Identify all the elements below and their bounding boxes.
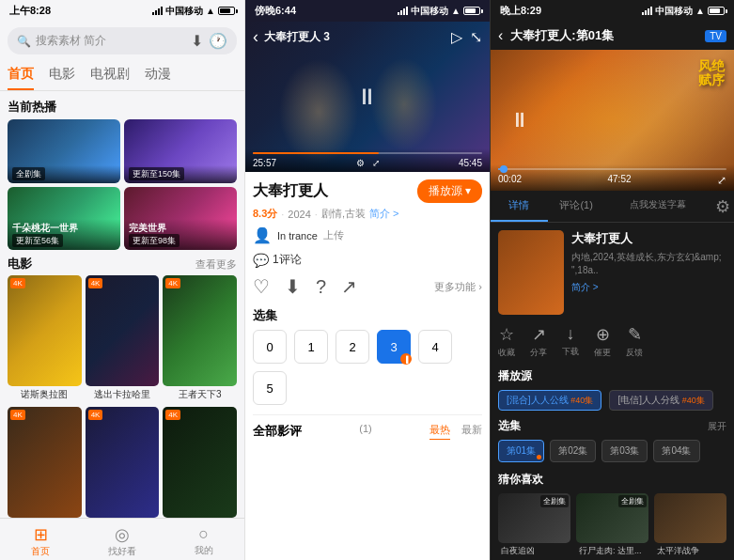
p3-ep-2[interactable]: 第03集 bbox=[601, 440, 648, 462]
status-bar-3: 晚上8:29 中国移动 ▲ bbox=[491, 0, 734, 22]
info-title: 大奉打更人 bbox=[571, 230, 726, 247]
movie-card-1[interactable]: 4K bbox=[86, 275, 160, 386]
progress-bar-3[interactable] bbox=[498, 168, 726, 170]
rec-card-1[interactable]: 全剧集 bbox=[576, 493, 648, 543]
ep-btn-3[interactable]: 3 ▐ bbox=[377, 330, 411, 364]
video-controls-3: 00:02 47:52 ⤢ bbox=[491, 164, 734, 191]
like-icon[interactable]: ♡ bbox=[253, 275, 270, 298]
ep-select-row: 选集 展开 bbox=[498, 418, 726, 434]
rec-card-0[interactable]: 全剧集 bbox=[498, 493, 570, 543]
search-bar[interactable]: 🔍 搜索素材 简介 ⬇ 🕐 bbox=[8, 27, 237, 54]
tab-detail[interactable]: 详情 bbox=[491, 191, 548, 222]
nav-home[interactable]: 首页 bbox=[8, 60, 34, 90]
favorite-label: 收藏 bbox=[498, 347, 515, 359]
more-button[interactable]: 查看更多 bbox=[195, 257, 237, 272]
help-icon[interactable]: ? bbox=[316, 276, 326, 298]
history-icon[interactable]: 🕐 bbox=[209, 32, 227, 50]
movie-card-0[interactable]: 4K bbox=[8, 275, 82, 386]
video-top-bar: ‹ 大奉打更人 3 ▷ ⤡ bbox=[245, 22, 490, 53]
expand-button[interactable]: 展开 bbox=[708, 420, 726, 433]
movie-card-3[interactable]: 4K bbox=[8, 407, 82, 518]
p3-ep-3[interactable]: 第04集 bbox=[653, 440, 699, 462]
remind-label: 催更 bbox=[594, 347, 611, 359]
ep-num-2: 2 bbox=[349, 340, 355, 354]
nav-anime[interactable]: 动漫 bbox=[145, 60, 171, 90]
settings-tab-icon[interactable]: ⚙ bbox=[711, 191, 734, 222]
tab-subtitle[interactable]: 点我发送字幕 bbox=[605, 191, 712, 222]
fullscreen-icon-3[interactable]: ⤢ bbox=[717, 174, 726, 187]
download-icon-2[interactable]: ⬇ bbox=[285, 275, 301, 298]
tab-comments[interactable]: 评论(1) bbox=[548, 191, 605, 222]
wifi-icon-3: ▲ bbox=[695, 6, 705, 16]
play-source-button[interactable]: 播放源 ▾ bbox=[417, 179, 482, 203]
back-button[interactable]: ‹ bbox=[498, 27, 503, 44]
back-icon-2[interactable]: ‹ bbox=[253, 27, 258, 47]
rec-title-0: 白夜追凶 bbox=[498, 543, 570, 559]
play-pause-icon[interactable]: ⏸ bbox=[356, 84, 379, 110]
movie-card-2[interactable]: 4K bbox=[163, 275, 237, 386]
ep-btn-5[interactable]: 5 bbox=[253, 371, 287, 405]
share-icon[interactable]: ↗ bbox=[341, 275, 357, 298]
info-intro-link[interactable]: 简介 > bbox=[571, 281, 726, 294]
intro-link[interactable]: 简介 > bbox=[369, 207, 398, 221]
airplay-icon[interactable]: ▷ bbox=[451, 28, 462, 46]
source-btn-1[interactable]: [电信]人人分线 #40集 bbox=[609, 390, 712, 411]
panel-home: 上午8:28 中国移动 ▲ 🔍 搜索素材 简介 ⬇ 🕐 首页 电影 电视剧 动漫… bbox=[0, 0, 244, 560]
find-icon: ◎ bbox=[115, 524, 130, 545]
detail-content: 大奉打更人 内地,2024,英雄成长,东方玄幻&amp; ",18a.. 简介 … bbox=[491, 223, 734, 560]
bottom-nav-home-label: 首页 bbox=[31, 545, 50, 558]
uploader-name[interactable]: In trance bbox=[277, 230, 318, 241]
nav-movie[interactable]: 电影 bbox=[49, 60, 75, 90]
status-icons-3: 中国移动 ▲ bbox=[642, 5, 725, 18]
ep-btn-1[interactable]: 1 bbox=[294, 330, 328, 364]
hot-card-2[interactable]: 千朵桃花一世界 更新至56集 bbox=[8, 187, 120, 251]
ep-btn-0[interactable]: 0 bbox=[253, 330, 287, 364]
movie-col-4: 4K bbox=[8, 407, 82, 518]
action-share[interactable]: ↗ 分享 bbox=[530, 324, 547, 359]
movie-badge-3: 4K bbox=[10, 410, 25, 420]
movie-title-0: 诺斯奥拉图 bbox=[8, 386, 82, 403]
fullscreen-icon-2[interactable]: ⤡ bbox=[470, 28, 482, 46]
comment-row[interactable]: 💬 1评论 bbox=[253, 252, 482, 268]
battery-icon-2 bbox=[463, 7, 480, 15]
progress-dot-3 bbox=[500, 165, 508, 173]
progress-bar-2[interactable] bbox=[253, 152, 482, 154]
video-player-2[interactable]: ⏸ ‹ 大奉打更人 3 ▷ ⤡ 25:57 ⚙ ⤢ 45:45 bbox=[245, 22, 490, 172]
bottom-nav-profile[interactable]: ○ 我的 bbox=[163, 519, 244, 560]
settings-icon-2[interactable]: ⚙ bbox=[356, 158, 365, 168]
rec-card-2[interactable] bbox=[654, 493, 726, 543]
profile-icon: ○ bbox=[198, 524, 209, 544]
action-favorite[interactable]: ☆ 收藏 bbox=[498, 324, 515, 359]
movie-card-5[interactable]: 4K bbox=[163, 407, 237, 518]
p3-ep-0[interactable]: 第01集 bbox=[498, 440, 544, 462]
nav-tv[interactable]: 电视剧 bbox=[90, 60, 130, 90]
hot-card-1[interactable]: 更新至150集 bbox=[124, 119, 237, 183]
bottom-nav-find[interactable]: ◎ 找好看 bbox=[82, 519, 164, 560]
source-btn-0[interactable]: [混合]人人公线 #40集 bbox=[498, 390, 601, 411]
hot-card-0[interactable]: 全剧集 bbox=[8, 119, 120, 183]
source-row: [混合]人人公线 #40集 [电信]人人分线 #40集 bbox=[498, 390, 726, 411]
bottom-nav-home[interactable]: ⊞ 首页 bbox=[0, 519, 82, 560]
source-count-1: #40集 bbox=[682, 396, 705, 405]
video-player-3[interactable]: 风绝赋序 ⏸ 00:02 47:52 ⤢ bbox=[491, 50, 734, 191]
review-header: 全部影评 (1) 最热 最新 bbox=[253, 423, 482, 440]
tab-popular[interactable]: 最热 bbox=[429, 423, 450, 440]
action-download[interactable]: ↓ 下载 bbox=[562, 324, 579, 359]
fullscreen-expand-2[interactable]: ⤢ bbox=[372, 158, 380, 168]
movie-title-1: 逃出卡拉哈里 bbox=[86, 386, 160, 403]
action-feedback[interactable]: ✎ 反馈 bbox=[626, 324, 643, 359]
hot-card-3[interactable]: 完美世界 更新至98集 bbox=[124, 187, 237, 251]
ep-btn-4[interactable]: 4 bbox=[418, 330, 452, 364]
action-remind[interactable]: ⊕ 催更 bbox=[594, 324, 611, 359]
p3-ep-1[interactable]: 第02集 bbox=[550, 440, 596, 462]
download-icon[interactable]: ⬇ bbox=[191, 32, 203, 50]
more-actions[interactable]: 更多功能 › bbox=[434, 280, 482, 294]
movie-col-6: 4K bbox=[163, 407, 237, 518]
play-pause-icon-3[interactable]: ⏸ bbox=[509, 108, 530, 132]
tab-newest[interactable]: 最新 bbox=[461, 423, 482, 440]
dl-label: 下载 bbox=[562, 346, 579, 358]
ep-btn-2[interactable]: 2 bbox=[336, 330, 369, 364]
video-bottom-icons: ⚙ ⤢ bbox=[356, 158, 380, 168]
movie-card-4[interactable]: 4K bbox=[86, 407, 160, 518]
rec-col-1: 全剧集 行尸走肉: 达里... bbox=[576, 493, 648, 559]
